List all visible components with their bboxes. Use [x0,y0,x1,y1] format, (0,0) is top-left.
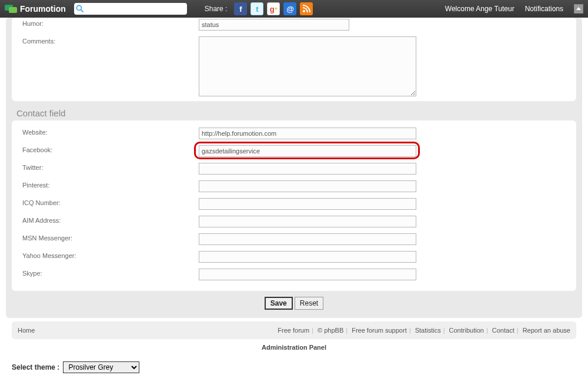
msn-label: MSN Messenger: [22,233,199,242]
humor-input[interactable] [199,19,349,31]
facebook-icon[interactable]: f [234,2,247,15]
brand-text: Forumotion [20,4,66,14]
contact-section-title: Contact field [16,108,582,118]
footer-phpbb[interactable]: © phpBB [318,327,343,334]
website-label: Website: [22,128,199,136]
comments-textarea[interactable] [199,36,416,96]
svg-rect-1 [9,7,17,13]
twitter-input[interactable] [199,163,416,175]
svg-point-2 [76,5,81,10]
theme-select[interactable]: Prosilver Grey [63,361,139,373]
msn-input[interactable] [199,233,416,245]
theme-label: Select theme : [12,363,59,371]
yahoo-input[interactable] [199,251,416,263]
search-icon [75,4,85,14]
aim-label: AIM Address: [22,216,199,224]
footer-statistics[interactable]: Statistics [415,327,441,334]
footer-contact[interactable]: Contact [492,327,514,334]
contact-panel: Website: Facebook: Twitter: Pinterest: I… [12,120,576,291]
footer-support[interactable]: Free forum support [352,327,407,334]
save-button[interactable]: Save [265,297,293,310]
theme-selector-row: Select theme : Prosilver Grey [12,361,582,373]
brand[interactable]: Forumotion [5,4,66,14]
pinterest-input[interactable] [199,180,416,192]
button-row: Save Reset [6,297,582,310]
admin-panel-link[interactable]: Administration Panel [262,344,326,351]
facebook-label: Facebook: [22,145,199,153]
website-input[interactable] [199,128,416,139]
comments-row: Comments: [22,36,566,98]
user-nav: Welcome Ange Tuteur Notifications [445,4,583,14]
top-bar: Forumotion Share : f t g+ @ Welcome Ange… [0,0,588,18]
footer-bar: Home Free forum| © phpBB| Free forum sup… [12,321,576,339]
aim-input[interactable] [199,216,416,227]
scroll-top-icon[interactable] [574,4,583,14]
icq-input[interactable] [199,198,416,210]
forumotion-logo-icon [5,4,18,14]
googleplus-icon[interactable]: g+ [267,2,280,15]
profile-panel: Humor: Comments: Contact field Website: … [6,18,582,318]
footer-contribution[interactable]: Contribution [449,327,484,334]
pinterest-label: Pinterest: [22,180,199,189]
admin-panel-link-wrap: Administration Panel [6,344,582,351]
svg-line-3 [81,10,83,12]
welcome-link[interactable]: Welcome Ange Tuteur [445,5,514,13]
notifications-link[interactable]: Notifications [525,5,563,13]
share-label: Share : [205,5,228,13]
footer-report[interactable]: Report an abuse [523,327,570,334]
search-box[interactable] [74,3,187,15]
reset-button[interactable]: Reset [295,297,323,310]
icq-label: ICQ Number: [22,198,199,206]
share-bar: Share : f t g+ @ [205,2,313,15]
yahoo-label: Yahoo Messenger: [22,251,199,259]
comments-label: Comments: [22,36,199,45]
humor-row: Humor: [22,19,566,31]
skype-label: Skype: [22,269,199,277]
search-input[interactable] [86,4,185,14]
footer-links: Free forum| © phpBB| Free forum support|… [278,327,570,334]
footer-free-forum[interactable]: Free forum [278,327,309,334]
skype-input[interactable] [199,269,416,280]
twitter-label: Twitter: [22,163,199,171]
svg-point-4 [303,10,305,12]
rss-icon[interactable] [300,2,313,15]
humor-label: Humor: [22,19,199,27]
footer-home[interactable]: Home [18,327,35,334]
email-icon[interactable]: @ [283,2,296,15]
facebook-input[interactable] [199,145,416,157]
twitter-icon[interactable]: t [250,2,263,15]
